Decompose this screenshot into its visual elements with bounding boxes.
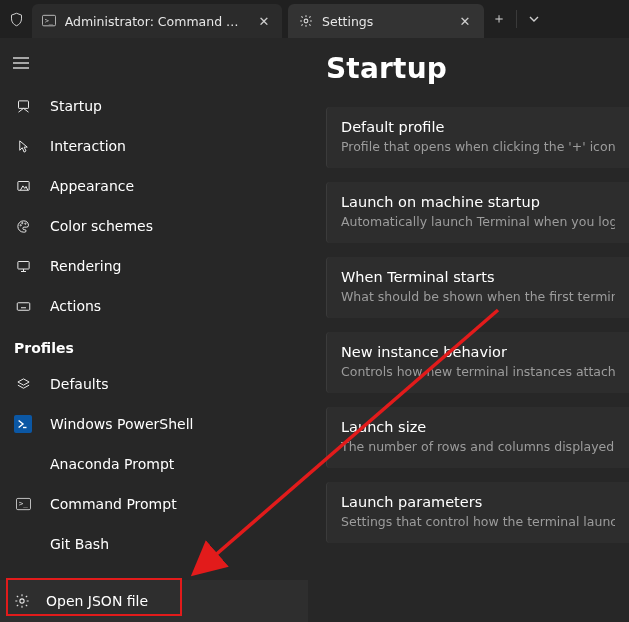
launch-icon	[14, 97, 32, 115]
card-title: Launch parameters	[341, 494, 615, 510]
svg-rect-11	[17, 261, 28, 269]
svg-point-23	[20, 599, 24, 603]
card-default-profile[interactable]: Default profile Profile that opens when …	[326, 107, 629, 168]
sidebar-profile-command-prompt[interactable]: >_ Command Prompt	[0, 484, 308, 524]
close-icon[interactable]: ✕	[254, 14, 274, 29]
card-title: Default profile	[341, 119, 615, 135]
card-title: Launch size	[341, 419, 615, 435]
blank-icon	[14, 455, 32, 473]
card-subtitle: Controls how new terminal instances atta…	[341, 364, 615, 379]
open-json-file-button[interactable]: Open JSON file	[0, 580, 308, 622]
svg-point-9	[21, 222, 22, 223]
sidebar-item-label: Git Bash	[50, 536, 109, 552]
card-title: Launch on machine startup	[341, 194, 615, 210]
sidebar-profile-git-bash[interactable]: Git Bash	[0, 524, 308, 564]
card-title: When Terminal starts	[341, 269, 615, 285]
svg-text:>_: >_	[45, 17, 54, 25]
appearance-icon	[14, 177, 32, 195]
sidebar: Startup Interaction Appearance Color sch…	[0, 38, 308, 622]
svg-point-8	[20, 224, 21, 225]
tab-dropdown-button[interactable]	[519, 0, 549, 38]
tab-command-prompt[interactable]: >_ Administrator: Command Prom ✕	[32, 4, 282, 38]
sidebar-item-label: Command Prompt	[50, 496, 177, 512]
open-json-label: Open JSON file	[46, 593, 148, 609]
gear-icon	[14, 593, 30, 609]
tab-settings[interactable]: Settings ✕	[288, 4, 484, 38]
sidebar-item-startup[interactable]: Startup	[0, 86, 308, 126]
cursor-icon	[14, 137, 32, 155]
sidebar-item-appearance[interactable]: Appearance	[0, 166, 308, 206]
cmd-icon: >_	[14, 495, 32, 513]
card-launch-parameters[interactable]: Launch parameters Settings that control …	[326, 482, 629, 543]
hamburger-button[interactable]	[0, 44, 42, 82]
sidebar-item-label: Color schemes	[50, 218, 153, 234]
card-title: New instance behavior	[341, 344, 615, 360]
sidebar-item-label: Appearance	[50, 178, 134, 194]
svg-rect-14	[17, 302, 30, 310]
cmd-icon: >_	[42, 13, 57, 29]
gear-icon	[298, 13, 314, 29]
card-launch-size[interactable]: Launch size The number of rows and colum…	[326, 407, 629, 468]
sidebar-item-color-schemes[interactable]: Color schemes	[0, 206, 308, 246]
sidebar-item-interaction[interactable]: Interaction	[0, 126, 308, 166]
powershell-icon	[14, 415, 32, 433]
sidebar-item-label: Defaults	[50, 376, 108, 392]
sidebar-item-actions[interactable]: Actions	[0, 286, 308, 326]
card-subtitle: Profile that opens when clicking the '+'…	[341, 139, 615, 154]
svg-point-2	[304, 19, 308, 23]
new-tab-button[interactable]: ＋	[484, 0, 514, 38]
tab-title: Settings	[322, 14, 442, 29]
stack-icon	[14, 375, 32, 393]
sidebar-profile-defaults[interactable]: Defaults	[0, 364, 308, 404]
svg-point-10	[24, 223, 25, 224]
sidebar-profile-powershell[interactable]: Windows PowerShell	[0, 404, 308, 444]
tab-title: Administrator: Command Prom	[65, 14, 242, 29]
sidebar-item-label: Rendering	[50, 258, 122, 274]
keyboard-icon	[14, 297, 32, 315]
shield-icon	[0, 0, 32, 38]
close-icon[interactable]: ✕	[454, 14, 476, 29]
sidebar-item-label: Windows PowerShell	[50, 416, 193, 432]
sidebar-item-rendering[interactable]: Rendering	[0, 246, 308, 286]
svg-rect-6	[18, 100, 28, 108]
sidebar-item-label: Actions	[50, 298, 101, 314]
card-when-terminal-starts[interactable]: When Terminal starts What should be show…	[326, 257, 629, 318]
divider	[516, 10, 517, 28]
svg-text:>_: >_	[18, 499, 28, 508]
sidebar-item-label: Startup	[50, 98, 102, 114]
page-title: Startup	[326, 52, 629, 85]
title-bar: >_ Administrator: Command Prom ✕ Setting…	[0, 0, 629, 38]
card-subtitle: Automatically launch Terminal when you l…	[341, 214, 615, 229]
card-subtitle: Settings that control how the terminal l…	[341, 514, 615, 529]
card-new-instance-behavior[interactable]: New instance behavior Controls how new t…	[326, 332, 629, 393]
sidebar-item-label: Anaconda Prompt	[50, 456, 174, 472]
card-subtitle: The number of rows and columns displayed…	[341, 439, 615, 454]
profiles-header: Profiles	[0, 326, 308, 364]
sidebar-item-label: Interaction	[50, 138, 126, 154]
card-subtitle: What should be shown when the first term…	[341, 289, 615, 304]
content-pane: Startup Default profile Profile that ope…	[308, 38, 629, 622]
settings-cards: Default profile Profile that opens when …	[326, 107, 629, 543]
card-launch-on-startup[interactable]: Launch on machine startup Automatically …	[326, 182, 629, 243]
monitor-icon	[14, 257, 32, 275]
sidebar-profile-anaconda[interactable]: Anaconda Prompt	[0, 444, 308, 484]
blank-icon	[14, 535, 32, 553]
palette-icon	[14, 217, 32, 235]
